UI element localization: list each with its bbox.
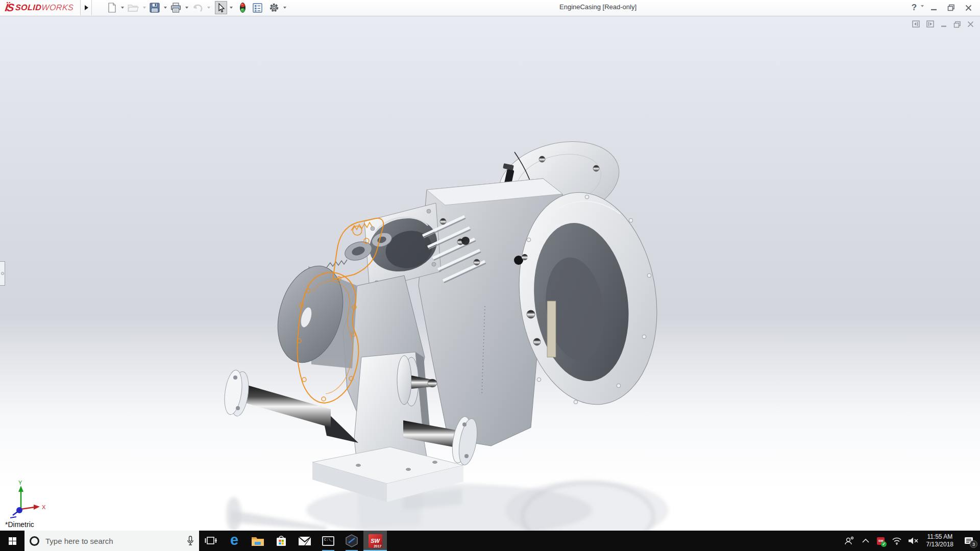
window-title: EngineCasing [Read-only]: [559, 3, 636, 11]
undo-arrow-icon: [192, 3, 203, 12]
file-explorer-button[interactable]: [246, 531, 270, 551]
restore-icon: [947, 4, 955, 11]
chevron-up-icon: [862, 539, 869, 543]
main-toolbar: [106, 0, 289, 15]
housing-split-line: [514, 152, 535, 216]
minimize-document-icon[interactable]: [941, 21, 947, 28]
store-button[interactable]: [270, 531, 293, 551]
open-button[interactable]: [127, 1, 140, 14]
ring-housing: [506, 184, 670, 414]
print-icon: [170, 3, 181, 13]
mail-button[interactable]: [293, 531, 316, 551]
menu-flyout-button[interactable]: [81, 0, 92, 15]
search-placeholder: Type here to search: [45, 537, 187, 545]
view-orientation-label: *Dimetric: [5, 520, 34, 529]
file-properties-button[interactable]: [252, 1, 263, 14]
edge-icon: e: [230, 533, 238, 547]
close-button[interactable]: [961, 1, 976, 14]
solidworks-2017-button[interactable]: SW 2017: [363, 531, 387, 551]
volume-muted-icon: [908, 537, 919, 545]
task-view-button[interactable]: [199, 531, 223, 551]
tray-time: 11:55 AM: [926, 533, 953, 541]
select-dropdown[interactable]: [230, 7, 233, 9]
undo-dropdown[interactable]: [207, 7, 210, 9]
shaft-flange: [397, 356, 411, 405]
options-dropdown[interactable]: [283, 7, 286, 9]
print-button[interactable]: [169, 1, 182, 14]
solidworks-monitor-icon: SW ✓: [877, 537, 885, 545]
minimize-button[interactable]: [926, 1, 941, 14]
window-controls: ?: [906, 0, 976, 15]
y-axis-label: Y: [18, 480, 22, 486]
pane-tab-dot-icon: [1, 272, 4, 275]
play-arrow-icon: [85, 5, 88, 10]
base-plate: [312, 447, 463, 484]
edrawings-button[interactable]: [340, 531, 363, 551]
cylinder-bore: [364, 211, 443, 278]
close-document-icon[interactable]: [967, 21, 974, 28]
help-button[interactable]: ?: [906, 1, 922, 14]
3d-viewport[interactable]: Y X *Dimetric: [0, 16, 980, 531]
store-icon: [275, 535, 287, 547]
y-axis-arrow: [18, 486, 23, 492]
print-dropdown[interactable]: [185, 7, 188, 9]
people-button[interactable]: [840, 531, 858, 551]
windows-logo-icon: [9, 537, 16, 545]
floor-reflection: [226, 481, 669, 531]
mail-icon: [298, 536, 311, 546]
action-center-button[interactable]: 3: [958, 531, 980, 551]
help-icon: ?: [912, 3, 917, 13]
clock[interactable]: 11:55 AM 7/13/2018: [922, 531, 958, 551]
pedestal: [354, 352, 428, 466]
select-cursor-icon: [216, 3, 226, 13]
restore-document-icon[interactable]: [953, 21, 961, 28]
minimize-icon: [930, 5, 937, 11]
reference-triad: Y X: [4, 480, 50, 519]
clutch-arm: [343, 276, 425, 440]
people-icon: [844, 536, 854, 545]
right-mount-rod: [403, 415, 480, 466]
options-button[interactable]: [268, 1, 280, 14]
network-button[interactable]: [889, 531, 905, 551]
close-icon: [965, 5, 972, 11]
select-tool-button[interactable]: [215, 1, 227, 14]
notification-badge: 3: [970, 540, 977, 548]
gear-icon: [269, 3, 279, 13]
engine-casing-model: [0, 0, 980, 531]
save-button[interactable]: [149, 1, 161, 14]
tray-overflow-button[interactable]: [858, 531, 873, 551]
restore-button[interactable]: [943, 1, 959, 14]
solidworks-logo-mark: ЇS: [4, 2, 14, 14]
new-document-button[interactable]: [106, 1, 118, 14]
help-dropdown[interactable]: [921, 5, 924, 7]
system-tray: SW ✓ 11:55 AM 7/13/2018: [840, 531, 980, 551]
cylinder-flange: [364, 203, 441, 290]
x-axis-arrow: [34, 505, 40, 510]
command-prompt-button[interactable]: C:\_: [316, 531, 340, 551]
start-button[interactable]: [0, 531, 24, 551]
highlighted-sketch[interactable]: [297, 218, 383, 403]
save-dropdown[interactable]: [164, 7, 167, 9]
edge-button[interactable]: e: [223, 531, 246, 551]
upper-housing: [491, 130, 628, 233]
volume-button[interactable]: [905, 531, 922, 551]
new-document-dropdown[interactable]: [121, 7, 124, 9]
cooling-fins: [423, 216, 486, 283]
toggle-right-pane-icon[interactable]: [926, 20, 935, 28]
microphone-icon[interactable]: [187, 536, 194, 546]
edrawings-hexagon-icon: [345, 534, 358, 547]
taskbar-search[interactable]: Type here to search: [24, 531, 199, 551]
open-dropdown[interactable]: [143, 7, 146, 9]
undo-button[interactable]: [191, 1, 204, 14]
wifi-icon: [892, 537, 902, 545]
clutch-disc: [267, 258, 354, 370]
toggle-left-pane-icon[interactable]: [912, 20, 920, 28]
cortana-icon: [30, 536, 39, 546]
solidworks-logo-text: SOLIDWORKS: [15, 3, 74, 12]
solidworks-monitor-tray[interactable]: SW ✓: [873, 531, 889, 551]
feature-pane-tab[interactable]: [0, 261, 5, 286]
document-window-controls: [912, 20, 974, 28]
check-icon: ✓: [881, 541, 887, 547]
rebuild-stoplight-button[interactable]: [238, 1, 247, 14]
command-prompt-icon: C:\_: [322, 536, 334, 546]
